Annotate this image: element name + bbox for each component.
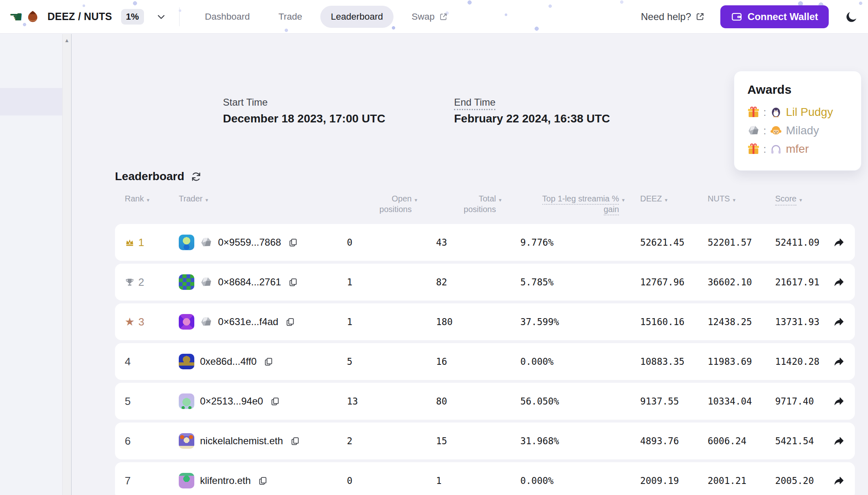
sort-icon: ▾ (799, 195, 802, 206)
copy-address-button[interactable] (290, 436, 301, 447)
scrollbar-up-arrow[interactable]: ▲ (64, 37, 70, 495)
share-button[interactable] (832, 236, 845, 249)
awards-list: : Lil Pudgy : Milady : mfer (747, 106, 848, 156)
avatar (179, 314, 194, 330)
deez-value: 2009.19 (640, 475, 708, 486)
nav-dashboard[interactable]: Dashboard (194, 6, 261, 28)
deez-value: 4893.76 (640, 436, 708, 446)
column-header-total-positions[interactable]: Total positions▾ (436, 193, 520, 215)
avatar (179, 433, 194, 449)
start-time-value: December 18 2023, 17:00 UTC (223, 112, 385, 125)
leaderboard-row: 1 0×9559...7868 0 43 9.776% 52621.45 522… (115, 224, 855, 261)
award-item: : Milady (747, 124, 848, 137)
copy-icon (288, 238, 298, 247)
penguin-icon (770, 106, 782, 118)
nuts-value: 11983.69 (708, 356, 775, 367)
rank-number: 4 (125, 355, 130, 368)
leaderboard-row: 2 0×8684...2761 1 82 5.785% 12767.96 366… (115, 264, 855, 301)
share-arrow-icon (833, 316, 844, 328)
column-header-score[interactable]: Score▾ (775, 193, 832, 215)
trader-address[interactable]: 0×631e...f4ad (218, 316, 278, 328)
streamia-gain-value: 56.050% (520, 396, 640, 407)
refresh-icon (191, 171, 202, 182)
avatar (179, 274, 194, 290)
share-button[interactable] (832, 395, 845, 408)
sort-icon: ▾ (205, 195, 208, 206)
leaderboard-table-header: Rank▾ Trader▾ Open positions▾ Total posi… (115, 193, 855, 215)
share-button[interactable] (832, 355, 845, 368)
trader-address[interactable]: klifentro.eth (200, 475, 251, 486)
leaderboard-row: ★ 3 0×631e...f4ad 1 180 37.599% 15160.16… (115, 303, 855, 340)
sort-icon: ▾ (147, 195, 150, 206)
copy-address-button[interactable] (263, 356, 274, 367)
copy-address-button[interactable] (288, 237, 299, 248)
leaderboard-title: Leaderboard (115, 170, 184, 183)
need-help-link[interactable]: Need help? (641, 11, 705, 23)
award-collection-name[interactable]: Milady (786, 124, 819, 137)
score-value: 2005.20 (775, 475, 832, 486)
share-button[interactable] (832, 475, 845, 487)
score-value: 9717.40 (775, 396, 832, 407)
share-button[interactable] (832, 276, 845, 289)
streamia-gain-value: 0.000% (520, 356, 640, 367)
share-button[interactable] (832, 316, 845, 328)
deez-value: 9137.55 (640, 396, 708, 407)
column-header-rank[interactable]: Rank▾ (125, 193, 179, 215)
trader-address[interactable]: 0xe86d...4ff0 (200, 356, 256, 367)
column-header-streamia-gain[interactable]: Top 1-leg streamia % gain▾ (520, 193, 640, 215)
total-positions-value: 80 (436, 396, 520, 407)
nuts-value: 36602.10 (708, 277, 775, 287)
deez-value: 15160.16 (640, 316, 708, 327)
sort-icon: ▾ (733, 195, 735, 206)
streamia-gain-value: 9.776% (520, 237, 640, 248)
column-header-trader[interactable]: Trader▾ (179, 193, 347, 215)
copy-address-button[interactable] (285, 316, 296, 328)
copy-address-button[interactable] (288, 277, 299, 288)
copy-address-button[interactable] (257, 475, 268, 486)
copy-icon (270, 397, 280, 406)
side-panel-scrollbar[interactable]: ▲ (62, 34, 72, 495)
trader-address[interactable]: 0×2513...94e0 (200, 396, 263, 407)
rank-number: 1 (138, 236, 144, 249)
avatar (179, 473, 194, 488)
avatar (179, 354, 194, 369)
external-link-icon (695, 12, 705, 21)
copy-icon (258, 476, 268, 486)
end-time-label[interactable]: End Time (454, 97, 495, 110)
copy-address-button[interactable] (270, 396, 281, 407)
avatar (179, 393, 194, 409)
theme-toggle-button[interactable] (844, 9, 859, 24)
chevron-down-icon (156, 12, 166, 22)
rock-icon (747, 124, 760, 137)
award-collection-name[interactable]: mfer (786, 142, 809, 156)
total-positions-value: 82 (436, 277, 520, 287)
connect-wallet-button[interactable]: Connect Wallet (720, 5, 829, 28)
market-selector-button[interactable] (155, 10, 168, 23)
nav-leaderboard[interactable]: Leaderboard (320, 6, 394, 28)
external-link-icon (439, 12, 448, 21)
awards-card: Awards : Lil Pudgy : Milady (734, 71, 861, 171)
app-logo[interactable]: ☚ DEEZ / NUTS 1% (9, 9, 168, 25)
trader-address[interactable]: nickelalchemist.eth (200, 435, 283, 447)
column-header-deez[interactable]: DEEZ▾ (640, 193, 708, 215)
side-panel-selected-item[interactable] (0, 88, 62, 115)
trader-address[interactable]: 0×9559...7868 (218, 237, 281, 248)
column-header-nuts[interactable]: NUTS▾ (708, 193, 775, 215)
nuts-value: 6006.24 (708, 436, 775, 446)
nav-swap[interactable]: Swap (401, 6, 458, 28)
nuts-value: 52201.57 (708, 237, 775, 248)
nav-trade[interactable]: Trade (268, 6, 313, 28)
refresh-button[interactable] (190, 170, 202, 183)
copy-icon (288, 278, 298, 287)
copy-icon (264, 357, 273, 366)
award-collection-name[interactable]: Lil Pudgy (786, 106, 833, 119)
column-header-open-positions[interactable]: Open positions▾ (347, 193, 436, 215)
share-arrow-icon (833, 436, 844, 447)
deez-value: 52621.45 (640, 237, 708, 248)
point-left-hand-icon: ☚ (9, 9, 23, 25)
share-arrow-icon (833, 396, 844, 407)
trader-address[interactable]: 0×8684...2761 (218, 276, 281, 288)
sort-icon: ▾ (665, 195, 668, 206)
open-positions-value: 5 (347, 356, 436, 367)
share-button[interactable] (832, 435, 845, 448)
